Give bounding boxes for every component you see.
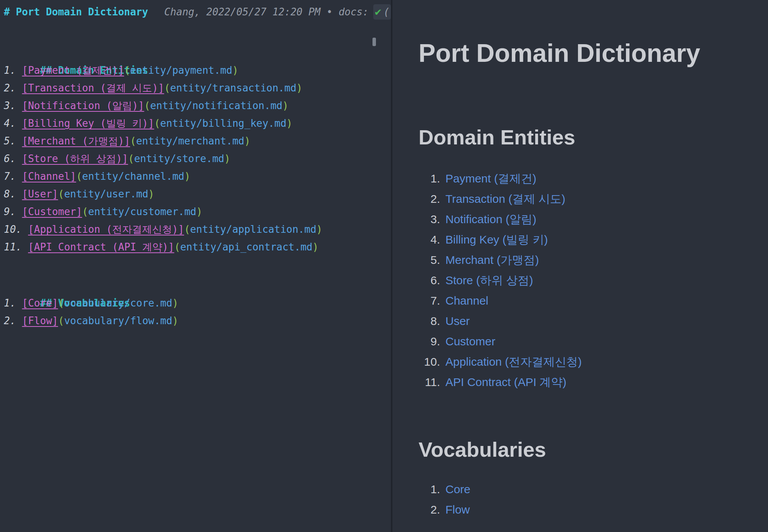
- editor-scrollbar-thumb[interactable]: [372, 38, 376, 46]
- md-h1-token: # Port Domain Dictionary: [4, 3, 148, 21]
- list-number: 11.: [4, 241, 22, 253]
- paren-open: (: [76, 171, 82, 182]
- editor-pane[interactable]: # Port Domain Dictionary Chang, 2022/05/…: [0, 0, 391, 532]
- md-link[interactable]: [Notification (알림)]: [22, 100, 144, 111]
- paren-close: ): [296, 82, 303, 94]
- list-item: 11.API Contract (API 계약): [417, 372, 768, 392]
- md-link-url: vocabulary/core.md: [64, 297, 172, 309]
- md-link-url: entity/notification.md: [150, 100, 282, 111]
- git-blame-annotation: Chang, 2022/05/27 12:20 PM • docs: ✔ (: [164, 3, 391, 21]
- editor-header-line: # Port Domain Dictionary Chang, 2022/05/…: [4, 3, 391, 21]
- list-number: 1.: [4, 65, 16, 76]
- paren-open: (: [174, 241, 180, 253]
- list-number: 9.: [4, 206, 16, 217]
- md-list-line: 6.[Store (하위 상점)](entity/store.md): [4, 150, 391, 167]
- list-number: 1.: [417, 168, 440, 189]
- md-list-line: 11.[API Contract (API 계약)](entity/api_co…: [4, 238, 391, 256]
- preview-link[interactable]: Merchant (가맹점): [445, 250, 539, 270]
- list-number: 8.: [417, 311, 440, 331]
- list-item: 6.Store (하위 상점): [417, 270, 768, 290]
- preview-link[interactable]: Billing Key (빌링 키): [445, 229, 548, 250]
- preview-link[interactable]: Customer: [445, 331, 495, 351]
- preview-link[interactable]: Flow: [445, 499, 470, 520]
- paren-open: (: [58, 188, 64, 200]
- list-number: 10.: [417, 351, 440, 372]
- md-link[interactable]: [Core]: [22, 297, 58, 309]
- md-link-url: entity/channel.md: [82, 171, 184, 182]
- preview-link[interactable]: Store (하위 상점): [445, 270, 533, 290]
- paren-open: (: [58, 315, 64, 326]
- markdown-split-view: # Port Domain Dictionary Chang, 2022/05/…: [0, 0, 768, 532]
- blank-line: [4, 256, 391, 273]
- preview-link[interactable]: Core: [445, 479, 470, 499]
- md-link-url: entity/application.md: [190, 224, 316, 235]
- list-number: 11.: [417, 372, 440, 392]
- paren-close: ): [148, 188, 154, 200]
- list-item: 5.Merchant (가맹점): [417, 250, 768, 270]
- preview-title: Port Domain Dictionary: [419, 38, 768, 68]
- list-number: 3.: [4, 100, 16, 111]
- list-number: 2.: [417, 189, 440, 209]
- preview-list-vocabularies: 1.Core 2.Flow: [417, 479, 768, 520]
- paren-open: (: [154, 118, 160, 129]
- md-link[interactable]: [Billing Key (빌링 키)]: [22, 118, 154, 129]
- list-number: 2.: [417, 499, 440, 520]
- md-list-line: 9.[Customer](entity/customer.md): [4, 203, 391, 220]
- preview-link[interactable]: Channel: [445, 290, 488, 311]
- md-list-line: 2.[Flow](vocabulary/flow.md): [4, 312, 391, 330]
- paren-close: ): [244, 135, 250, 147]
- list-item: 4.Billing Key (빌링 키): [417, 229, 768, 250]
- md-link-url: vocabulary/flow.md: [64, 315, 172, 326]
- list-number: 1.: [417, 479, 440, 499]
- list-number: 2.: [4, 82, 16, 94]
- list-number: 6.: [417, 270, 440, 290]
- md-link[interactable]: [Application (전자결제신청)]: [28, 224, 184, 235]
- list-number: 5.: [4, 135, 16, 147]
- md-link[interactable]: [Channel]: [22, 171, 76, 182]
- paren-close: ): [224, 153, 230, 164]
- preview-link[interactable]: API Contract (API 계약): [445, 372, 566, 392]
- list-number: 2.: [4, 315, 16, 326]
- md-list-line: 4.[Billing Key (빌링 키)](entity/billing_ke…: [4, 114, 391, 132]
- md-link[interactable]: [Customer]: [22, 206, 82, 217]
- list-number: 10.: [4, 224, 22, 235]
- paren-close: ): [313, 241, 319, 253]
- md-link-url: entity/merchant.md: [136, 135, 244, 147]
- md-link-url: entity/user.md: [64, 188, 148, 200]
- paren-close: ): [316, 224, 323, 235]
- preview-link[interactable]: Transaction (결제 시도): [445, 189, 565, 209]
- md-link[interactable]: [Merchant (가맹점)]: [22, 135, 130, 147]
- preview-link[interactable]: Notification (알림): [445, 209, 536, 229]
- md-link[interactable]: [Transaction (결제 시도)]: [22, 82, 164, 94]
- list-item: 3.Notification (알림): [417, 209, 768, 229]
- list-item: 8.User: [417, 311, 768, 331]
- md-link[interactable]: [Flow]: [22, 315, 58, 326]
- list-number: 4.: [4, 118, 16, 129]
- md-list-line: 1.[Payment (결제건)](entity/payment.md): [4, 61, 391, 79]
- preview-heading-entities: Domain Entities: [419, 125, 768, 149]
- check-mark-icon: ✔: [375, 3, 381, 21]
- paren-open: (: [130, 135, 136, 147]
- md-link-url: entity/billing_key.md: [160, 118, 286, 129]
- list-number: 1.: [4, 297, 16, 309]
- preview-link[interactable]: Payment (결제건): [445, 168, 536, 189]
- paren-open: (: [164, 82, 170, 94]
- md-link[interactable]: [Payment (결제건)]: [22, 65, 124, 76]
- md-list-line: 2.[Transaction (결제 시도)](entity/transacti…: [4, 79, 391, 97]
- md-link-url: entity/transaction.md: [170, 82, 296, 94]
- paren-open: (: [124, 65, 130, 76]
- paren-close: ): [172, 297, 179, 309]
- list-number: 3.: [417, 209, 440, 229]
- preview-link[interactable]: User: [445, 311, 470, 331]
- md-link[interactable]: [API Contract (API 계약)]: [28, 241, 174, 253]
- md-list-line: 7.[Channel](entity/channel.md): [4, 167, 391, 185]
- git-blame-badge: ✔ (: [373, 4, 391, 20]
- md-link[interactable]: [Store (하위 상점)]: [22, 153, 128, 164]
- md-link[interactable]: [User]: [22, 188, 58, 200]
- list-item: 1.Core: [417, 479, 768, 499]
- md-h2-entities: ## Domain Entities: [4, 44, 391, 61]
- list-number: 9.: [417, 331, 440, 351]
- md-link-url: entity/store.md: [134, 153, 224, 164]
- list-number: 4.: [417, 229, 440, 250]
- preview-link[interactable]: Application (전자결제신청): [445, 351, 582, 372]
